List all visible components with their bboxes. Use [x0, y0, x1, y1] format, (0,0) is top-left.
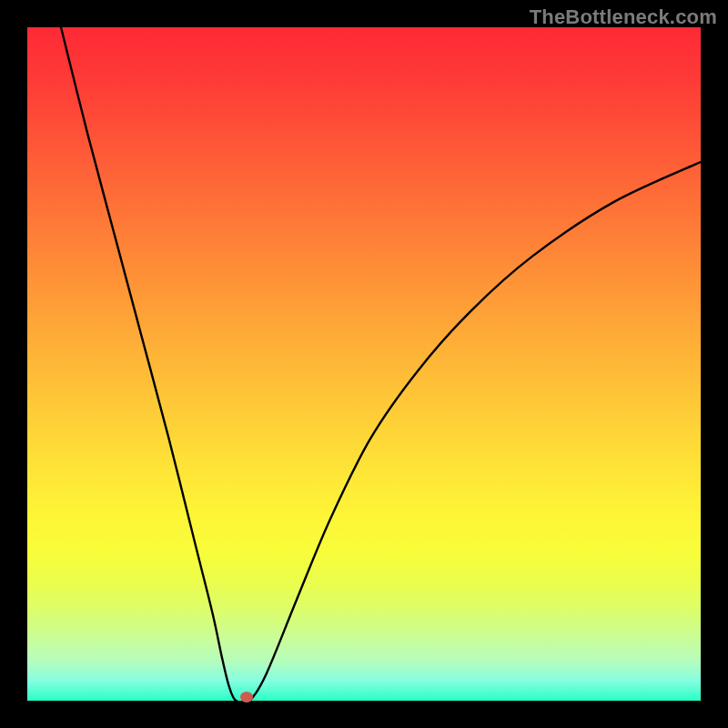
bottleneck-curve	[27, 27, 701, 701]
watermark-text: TheBottleneck.com	[530, 5, 717, 29]
chart-frame: TheBottleneck.com	[0, 0, 728, 728]
plot-area	[27, 27, 701, 701]
minimum-marker-icon	[240, 692, 253, 703]
